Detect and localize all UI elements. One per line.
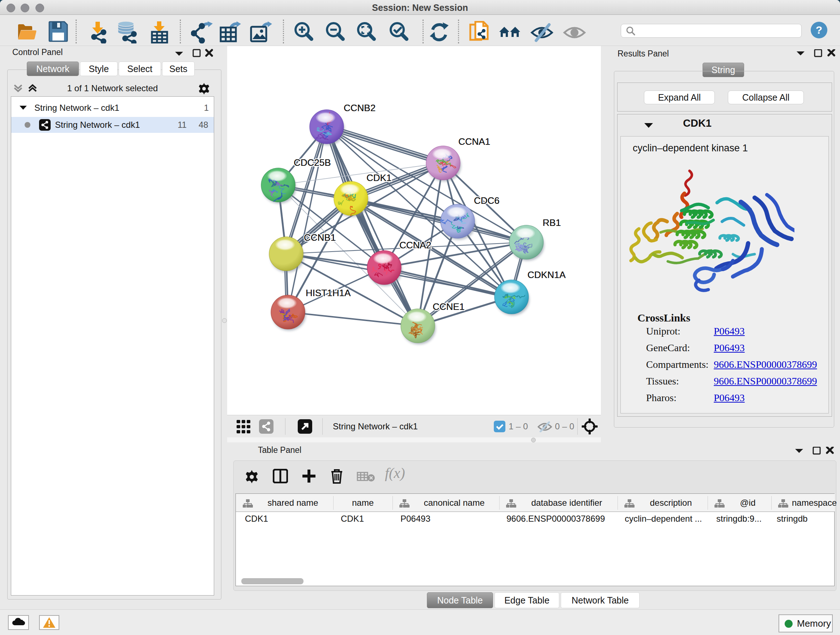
svg-text:CCNA1: CCNA1 <box>458 136 490 147</box>
svg-text:CDKN1A: CDKN1A <box>527 269 566 280</box>
svg-text:CDC6: CDC6 <box>474 195 500 206</box>
svg-text:CCNB2: CCNB2 <box>344 103 376 113</box>
svg-text:CCNA2: CCNA2 <box>399 240 431 250</box>
svg-text:HIST1H1A: HIST1H1A <box>306 287 351 298</box>
svg-text:CCNE1: CCNE1 <box>433 301 464 312</box>
svg-text:CDK1: CDK1 <box>366 172 392 183</box>
svg-text:CCNB1: CCNB1 <box>304 232 336 243</box>
svg-text:CDC25B: CDC25B <box>294 157 331 168</box>
svg-text:?: ? <box>816 24 822 36</box>
svg-text:RB1: RB1 <box>543 217 561 228</box>
